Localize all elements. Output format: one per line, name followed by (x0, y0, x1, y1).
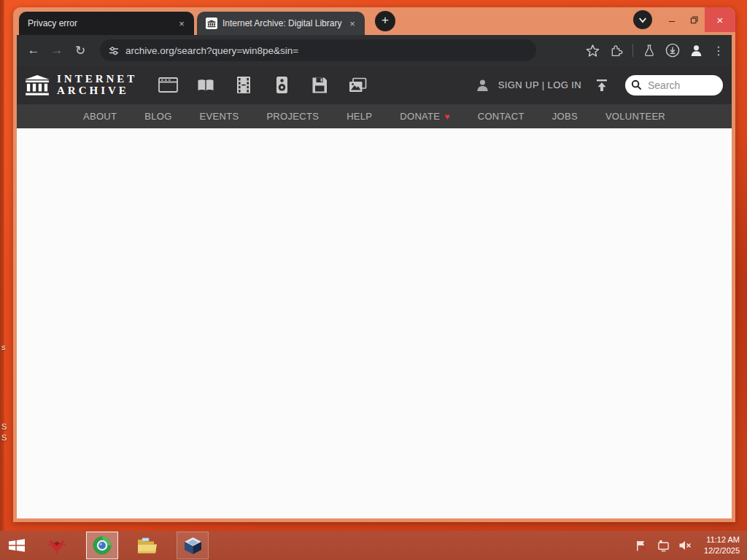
archive-search-input[interactable] (646, 79, 713, 92)
tab-title: Privacy error (28, 18, 175, 28)
browser-toolbar: ← → ↻ archive.org/search?query=win8pe&si… (17, 35, 732, 66)
web-page: INTERNET ARCHIVE (17, 66, 732, 518)
nav-item-projects[interactable]: PROJECTS (266, 111, 319, 122)
back-button[interactable]: ← (24, 41, 43, 60)
web-icon[interactable] (155, 74, 181, 96)
site-settings-icon[interactable] (109, 46, 119, 55)
texts-icon[interactable] (193, 74, 219, 96)
network-icon[interactable] (657, 540, 670, 552)
taskbar-virtualbox-app[interactable] (177, 532, 209, 559)
downloads-icon[interactable] (665, 43, 680, 58)
chrome-icon (92, 535, 112, 556)
tab-strip: Privacy error × Internet Archive: Digita… (13, 7, 735, 35)
nav-item-about[interactable]: ABOUT (83, 111, 117, 122)
media-type-row (155, 74, 371, 96)
nav-item-contact[interactable]: CONTACT (478, 111, 525, 122)
window-controls: – × (633, 7, 735, 32)
taskbar: 11:12 AM 12/2/2025 (0, 531, 747, 560)
url-text: archive.org/search?query=win8pe&sin= (125, 45, 298, 56)
clock-time: 11:12 AM (704, 534, 740, 545)
tab-internet-archive[interactable]: Internet Archive: Digital Library × (197, 12, 365, 35)
wordmark: INTERNET ARCHIVE (57, 74, 137, 97)
nav-item-jobs[interactable]: JOBS (552, 111, 578, 122)
upload-icon[interactable] (595, 79, 609, 92)
taskbar-file-explorer[interactable] (131, 532, 163, 559)
internet-archive-header: INTERNET ARCHIVE (17, 66, 732, 104)
internet-archive-favicon (206, 18, 217, 29)
profile-icon[interactable] (689, 44, 703, 58)
nav-item-help[interactable]: HELP (347, 111, 372, 122)
virtualbox-icon (183, 536, 203, 556)
nav-item-events[interactable]: EVENTS (200, 111, 239, 122)
taskbar-chrome-app[interactable] (86, 532, 118, 559)
red-app-icon (47, 537, 67, 554)
nav-item-blog[interactable]: BLOG (144, 111, 171, 122)
nav-item-donate[interactable]: DONATE ♥ (400, 111, 449, 122)
forward-button[interactable]: → (47, 41, 66, 60)
software-icon[interactable] (306, 74, 333, 96)
maximize-button[interactable] (683, 9, 705, 31)
audio-icon[interactable] (268, 74, 295, 96)
browser-window: Privacy error × Internet Archive: Digita… (13, 7, 735, 522)
folder-icon (136, 537, 158, 555)
archive-search-box[interactable] (625, 75, 723, 96)
internet-archive-nav: ABOUT BLOG EVENTS PROJECTS HELP DONATE ♥… (17, 104, 732, 128)
desktop-icon-label-fragment: s (1, 343, 6, 351)
signup-login-link[interactable]: SIGN UP | LOG IN (498, 79, 581, 90)
minimize-button[interactable]: – (661, 9, 683, 31)
new-tab-button[interactable]: + (375, 11, 395, 31)
taskbar-red-app[interactable] (41, 532, 73, 559)
desktop-icon-label-fragment: S (1, 422, 7, 431)
browser-menu-icon[interactable]: ⋮ (713, 44, 724, 58)
tab-close-icon[interactable]: × (346, 17, 359, 30)
desktop-icon-label-fragment: S (1, 433, 7, 442)
toolbar-separator (632, 44, 633, 57)
tab-search-button[interactable] (633, 10, 652, 29)
donate-label: DONATE (400, 111, 440, 122)
system-tray: 11:12 AM 12/2/2025 (635, 534, 747, 556)
search-icon (631, 79, 642, 90)
windows-logo-icon (7, 537, 26, 554)
desktop-background: s S S Privacy error × Internet Archive: … (0, 0, 747, 560)
images-icon[interactable] (344, 74, 371, 96)
bookmark-star-icon[interactable] (586, 44, 600, 58)
start-button[interactable] (0, 531, 34, 560)
address-bar[interactable]: archive.org/search?query=win8pe&sin= (100, 39, 536, 61)
page-content-blank (17, 128, 732, 518)
internet-archive-logo[interactable]: INTERNET ARCHIVE (24, 74, 137, 97)
lab-flask-icon[interactable] (643, 44, 656, 58)
restore-icon (689, 15, 699, 25)
header-account-area: SIGN UP | LOG IN (476, 75, 726, 96)
tab-privacy-error[interactable]: Privacy error × (19, 12, 194, 35)
heart-icon: ♥ (444, 112, 449, 122)
action-center-flag-icon[interactable] (635, 540, 648, 552)
close-button[interactable]: × (705, 7, 735, 32)
reload-button[interactable]: ↻ (71, 41, 90, 60)
toolbar-actions: ⋮ (586, 43, 724, 58)
temple-logo-icon (24, 74, 50, 96)
tab-title: Internet Archive: Digital Library (222, 18, 346, 28)
chevron-down-icon (638, 17, 647, 23)
clock-date: 12/2/2025 (704, 545, 740, 556)
tab-close-icon[interactable]: × (175, 17, 188, 30)
nav-item-volunteer[interactable]: VOLUNTEER (605, 111, 665, 122)
volume-muted-icon[interactable] (678, 540, 692, 551)
taskbar-clock[interactable]: 11:12 AM 12/2/2025 (701, 534, 740, 556)
video-icon[interactable] (231, 74, 257, 96)
person-icon (476, 79, 489, 92)
extensions-icon[interactable] (609, 44, 623, 58)
